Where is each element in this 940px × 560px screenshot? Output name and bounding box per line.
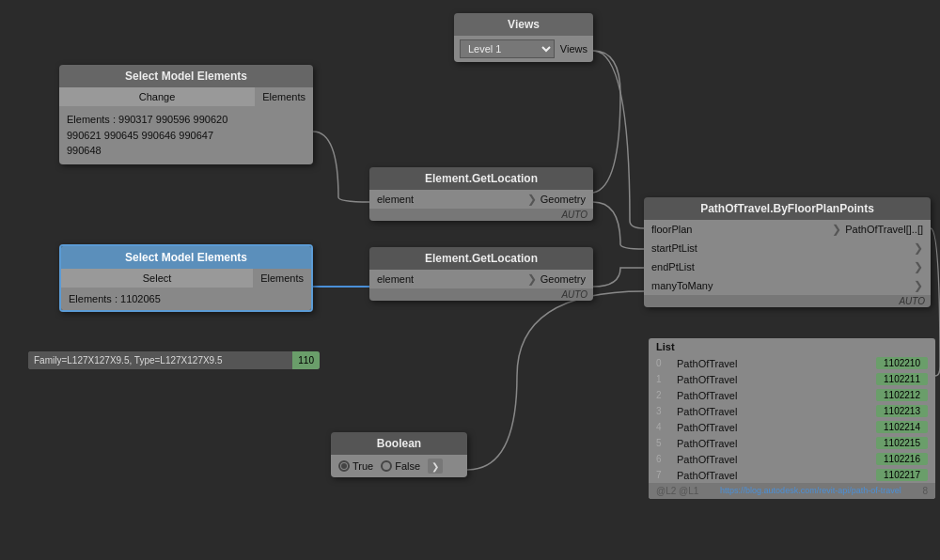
egl-bottom-input-label: element bbox=[377, 273, 414, 285]
list-item: 4 PathOfTravel 1102214 bbox=[649, 419, 935, 435]
pot-startptlist-label: startPtList bbox=[651, 242, 697, 254]
list-value: 1102216 bbox=[876, 453, 928, 465]
list-item: 7 PathOfTravel 1102217 bbox=[649, 467, 935, 483]
pot-auto: AUTO bbox=[644, 295, 931, 307]
list-value: 1102212 bbox=[876, 389, 928, 401]
family-bar: Family=L127X127X9.5, Type=L127X127X9.5 1… bbox=[28, 351, 320, 369]
egl-top-node: Element.GetLocation element ❯ Geometry A… bbox=[369, 167, 593, 221]
list-type: PathOfTravel bbox=[677, 406, 872, 417]
sme-bottom-elements-label: Elements bbox=[253, 269, 311, 288]
boolean-title: Boolean bbox=[331, 432, 467, 455]
list-type: PathOfTravel bbox=[677, 390, 872, 401]
list-item: 1 PathOfTravel 1102211 bbox=[649, 371, 935, 387]
list-value: 1102213 bbox=[876, 405, 928, 417]
list-box: List 0 PathOfTravel 1102210 1 PathOfTrav… bbox=[649, 338, 935, 499]
sme-top-node: Select Model Elements Change Elements El… bbox=[59, 65, 313, 164]
list-type: PathOfTravel bbox=[677, 438, 872, 449]
egl-bottom-node: Element.GetLocation element ❯ Geometry A… bbox=[369, 247, 593, 301]
egl-bottom-title: Element.GetLocation bbox=[369, 247, 593, 270]
pot-manytomany-arrow: ❯ bbox=[914, 279, 923, 292]
list-footer: @L2 @L1 https://blog.autodesk.com/revit-… bbox=[649, 483, 935, 499]
pot-manytomany-row: manyToMany ❯ bbox=[644, 276, 931, 295]
sme-bottom-buttons: Select Elements bbox=[61, 269, 311, 288]
egl-top-auto: AUTO bbox=[369, 209, 593, 221]
list-type: PathOfTravel bbox=[677, 358, 872, 369]
list-item: 0 PathOfTravel 1102210 bbox=[649, 355, 935, 371]
list-footer-tags: @L2 @L1 bbox=[656, 486, 698, 496]
egl-bottom-output-label: Geometry bbox=[540, 273, 586, 285]
pot-endptlist-arrow: ❯ bbox=[914, 260, 923, 273]
list-type: PathOfTravel bbox=[677, 454, 872, 465]
list-item: 3 PathOfTravel 1102213 bbox=[649, 403, 935, 419]
pot-startptlist-arrow: ❯ bbox=[914, 241, 923, 255]
egl-top-right: ❯ Geometry bbox=[527, 193, 586, 206]
egl-bottom-arrow: ❯ bbox=[527, 272, 537, 286]
list-index: 5 bbox=[656, 438, 673, 448]
pot-manytomany-label: manyToMany bbox=[651, 280, 713, 291]
list-type: PathOfTravel bbox=[677, 470, 872, 481]
list-type: PathOfTravel bbox=[677, 422, 872, 433]
list-footer-count: 8 bbox=[922, 486, 928, 496]
egl-top-arrow: ❯ bbox=[527, 193, 537, 206]
list-index: 7 bbox=[656, 470, 673, 480]
list-index: 0 bbox=[656, 358, 673, 368]
boolean-true-radio[interactable]: True bbox=[338, 460, 373, 472]
sme-bottom-select-button[interactable]: Select bbox=[61, 269, 253, 288]
pot-endptlist-row: endPtList ❯ bbox=[644, 257, 931, 276]
list-rows-container: 0 PathOfTravel 1102210 1 PathOfTravel 11… bbox=[649, 355, 935, 483]
list-type: PathOfTravel bbox=[677, 374, 872, 385]
list-index: 1 bbox=[656, 374, 673, 384]
sme-top-buttons: Change Elements bbox=[59, 87, 313, 106]
pot-startptlist-row: startPtList ❯ bbox=[644, 239, 931, 257]
views-body: Level 1 Views bbox=[454, 36, 593, 62]
egl-bottom-right: ❯ Geometry bbox=[527, 272, 586, 286]
list-index: 3 bbox=[656, 406, 673, 416]
views-title: Views bbox=[454, 13, 593, 36]
boolean-true-label: True bbox=[352, 460, 373, 472]
pot-endptlist-label: endPtList bbox=[651, 261, 695, 272]
pot-output-label: PathOfTravel[]..[] bbox=[845, 224, 923, 235]
list-value: 1102217 bbox=[876, 469, 928, 481]
boolean-arrow-button[interactable]: ❯ bbox=[428, 459, 443, 474]
list-value: 1102211 bbox=[876, 373, 928, 385]
list-index: 2 bbox=[656, 390, 673, 400]
list-header: List bbox=[649, 338, 935, 355]
list-index: 4 bbox=[656, 422, 673, 432]
views-dropdown[interactable]: Level 1 bbox=[460, 39, 555, 58]
egl-bottom-auto: AUTO bbox=[369, 288, 593, 301]
list-footer-url: https://blog.autodesk.com/revit-api/path… bbox=[720, 486, 901, 496]
boolean-false-radio[interactable]: False bbox=[381, 460, 420, 472]
list-value: 1102210 bbox=[876, 357, 928, 369]
sme-bottom-elements-text: Elements : 1102065 bbox=[61, 288, 311, 310]
family-text: Family=L127X127X9.5, Type=L127X127X9.5 bbox=[28, 351, 292, 369]
sme-top-title: Select Model Elements bbox=[59, 65, 313, 87]
sme-bottom-node: Select Model Elements Select Elements El… bbox=[59, 244, 313, 312]
views-output-label: Views bbox=[560, 43, 588, 54]
sme-top-elements-label: Elements bbox=[255, 87, 313, 106]
pot-title: PathOfTravel.ByFloorPlanPoints bbox=[644, 197, 931, 220]
pot-floorplan-row: floorPlan ❯ PathOfTravel[]..[] bbox=[644, 220, 931, 239]
egl-top-title: Element.GetLocation bbox=[369, 167, 593, 190]
list-value: 1102214 bbox=[876, 421, 928, 433]
views-node: Views Level 1 Views bbox=[454, 13, 593, 62]
boolean-node: Boolean True False ❯ bbox=[331, 432, 467, 477]
list-index: 6 bbox=[656, 454, 673, 464]
sme-top-elements-text: Elements : 990317 990596 990620 990621 9… bbox=[59, 106, 313, 164]
false-radio-circle[interactable] bbox=[381, 460, 392, 472]
pot-floorplan-label: floorPlan bbox=[651, 224, 692, 235]
list-item: 5 PathOfTravel 1102215 bbox=[649, 435, 935, 451]
egl-top-input-label: element bbox=[377, 194, 414, 205]
boolean-false-label: False bbox=[395, 460, 420, 472]
sme-top-change-button[interactable]: Change bbox=[59, 87, 255, 106]
pot-floorplan-right: ❯ PathOfTravel[]..[] bbox=[832, 223, 923, 236]
list-value: 1102215 bbox=[876, 437, 928, 449]
egl-top-port-row: element ❯ Geometry bbox=[369, 190, 593, 209]
family-number: 110 bbox=[292, 351, 320, 369]
egl-top-output-label: Geometry bbox=[540, 194, 586, 205]
egl-bottom-port-row: element ❯ Geometry bbox=[369, 270, 593, 288]
boolean-body: True False ❯ bbox=[331, 455, 467, 477]
pot-node: PathOfTravel.ByFloorPlanPoints floorPlan… bbox=[644, 197, 931, 307]
list-item: 2 PathOfTravel 1102212 bbox=[649, 387, 935, 403]
pot-floorplan-arrow: ❯ bbox=[832, 223, 841, 236]
true-radio-circle[interactable] bbox=[338, 460, 350, 472]
